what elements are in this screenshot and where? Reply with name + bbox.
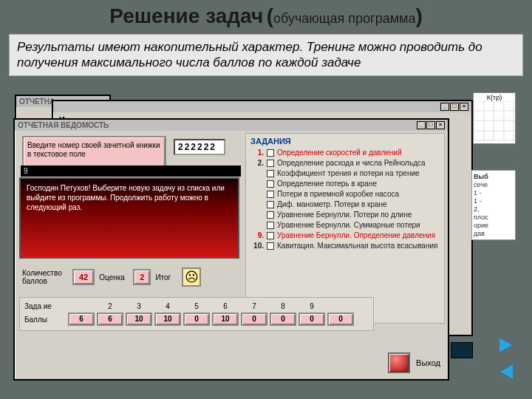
task-row[interactable]: Уравнение Бернулли. Потери по длине — [250, 211, 440, 219]
table-col-header: 8 — [270, 302, 296, 310]
result-label: Итог — [155, 273, 177, 282]
record-number-input[interactable]: 222222 — [174, 139, 225, 155]
page-title: Решение задач (обучающая программа) — [0, 4, 532, 28]
side-list-header: Выб — [474, 173, 514, 180]
report-window: ОТЧЕТНАЯ ВЕДОМОСТЬ _ □ × Введите номер с… — [13, 118, 449, 381]
side-list-item: 2, — [474, 205, 514, 213]
count-label: Количество баллов — [22, 269, 68, 285]
score-row: Количество баллов 42 Оценка 2 Итог ☹ — [22, 267, 201, 287]
task-checkbox[interactable] — [267, 201, 274, 208]
side-list-item: 1 - — [474, 189, 514, 197]
chart-label: К(тр) — [474, 94, 514, 101]
table-cell: 6 — [68, 313, 95, 326]
bgwin1-title: ОТЧЕТНА — [19, 98, 55, 106]
exit-label: Выход — [416, 358, 440, 367]
description-box: Результаты имеют накопительный характер.… — [9, 34, 523, 76]
maximize-icon[interactable]: □ — [426, 121, 435, 129]
paren-open: ( — [267, 4, 273, 27]
nav-dark-button[interactable] — [451, 342, 473, 358]
task-checkbox[interactable] — [267, 222, 274, 229]
task-label: Уравнение Бернулли. Потери по длине — [277, 211, 412, 219]
task-row[interactable]: Определение потерь в кране — [250, 180, 440, 188]
table-cell: 0 — [327, 313, 354, 326]
tasks-panel: ЗАДАНИЯ 1.Определение скоростей и давлен… — [245, 133, 445, 324]
table-cell: 6 — [97, 313, 123, 326]
bgwin2-titlebar: _ □ × — [53, 101, 471, 112]
report-window-buttons: _ □ × — [417, 121, 445, 129]
description-text: Результаты имеют накопительный характер.… — [17, 40, 482, 69]
paren-close: ) — [415, 4, 422, 27]
side-list-item: сече — [474, 181, 514, 188]
side-list-item: орие — [474, 222, 514, 229]
task-number: 9. — [250, 231, 264, 239]
table-col-header: 3 — [126, 302, 152, 310]
tasks-header: ЗАДАНИЯ — [250, 137, 440, 146]
task-checkbox[interactable] — [267, 232, 274, 239]
task-row[interactable]: Уравнение Бернулли. Суммарные потери — [250, 221, 440, 229]
grade-value: 2 — [133, 269, 151, 285]
table-col-header: 4 — [154, 302, 181, 310]
task-row[interactable]: Коэффициент трения и потери на трение — [250, 169, 440, 177]
minimize-icon[interactable]: _ — [417, 121, 426, 129]
prompt-text: Введите номер своей зачетной книжки в те… — [27, 141, 160, 158]
task-label: Диф. манометр. Потери в кране — [277, 200, 387, 208]
maximize-icon[interactable]: □ — [450, 103, 459, 111]
chart-grid: К(тр) — [473, 92, 516, 144]
report-title: ОТЧЕТНАЯ ВЕДОМОСТЬ — [18, 121, 109, 129]
task-row[interactable]: 2.Определение расхода и числа Рейнольдса — [250, 159, 440, 167]
task-label: Потери в приемной коробке насоса — [277, 190, 399, 198]
task-label: Определение потерь в кране — [277, 180, 377, 188]
grid-icon — [474, 101, 514, 141]
task-row[interactable]: Диф. манометр. Потери в кране — [250, 200, 440, 208]
nav-prev-button[interactable] — [495, 362, 517, 381]
exit-button[interactable] — [388, 352, 410, 373]
task-number: 1. — [250, 149, 264, 157]
side-list-item: 1 - — [474, 197, 514, 205]
nav-next-button[interactable] — [495, 335, 517, 355]
task-row[interactable]: Потери в приемной коробке насоса — [250, 190, 440, 198]
arrow-right-icon — [499, 338, 513, 352]
table-row-label: Баллы — [24, 316, 66, 324]
result-face-icon: ☹ — [182, 267, 201, 287]
side-list-item: плос — [474, 214, 514, 221]
face-glyph: ☹ — [185, 269, 199, 285]
task-checkbox[interactable] — [267, 149, 274, 157]
arrow-left-icon — [499, 364, 513, 379]
table-cell: 10 — [154, 313, 181, 326]
close-icon[interactable]: × — [436, 121, 445, 129]
task-label: Определение расхода и числа Рейнольдса — [277, 159, 426, 167]
table-col-header: 6 — [212, 302, 239, 310]
task-row[interactable]: 9.Уравнение Бернулли. Определение давлен… — [250, 231, 440, 239]
task-checkbox[interactable] — [267, 191, 274, 198]
report-titlebar[interactable]: ОТЧЕТНАЯ ВЕДОМОСТЬ _ □ × — [15, 120, 448, 131]
table-col-header: 7 — [241, 302, 267, 310]
close-icon[interactable]: × — [460, 103, 468, 111]
table-cell: 0 — [241, 313, 267, 326]
count-value: 42 — [72, 269, 95, 285]
task-checkbox[interactable] — [267, 160, 274, 167]
table-cell: 10 — [212, 313, 239, 326]
task-number: 2. — [250, 159, 264, 167]
task-checkbox[interactable] — [267, 170, 274, 177]
task-row[interactable]: 1.Определение скоростей и давлений — [250, 149, 440, 157]
title-sub: обучающая программа — [273, 11, 416, 26]
table-cell: 10 — [126, 313, 152, 326]
task-checkbox[interactable] — [267, 211, 274, 219]
exit-area: Выход — [388, 352, 440, 373]
task-row[interactable]: 10.Кавитация. Максимальная высота всасыв… — [250, 242, 440, 250]
message-number: 9 — [21, 166, 241, 177]
task-checkbox[interactable] — [267, 180, 274, 188]
table-cell: 0 — [183, 313, 210, 326]
minimize-icon[interactable]: _ — [440, 103, 449, 111]
title-main: Решение задач — [109, 4, 263, 27]
record-number-value: 222222 — [178, 142, 216, 152]
grade-label: Оценка — [99, 273, 129, 282]
table-col-header: 9 — [299, 302, 325, 310]
table-cell: 0 — [299, 313, 325, 326]
task-label: Уравнение Бернулли. Определение давления — [277, 231, 435, 239]
task-label: Определение скоростей и давлений — [277, 149, 402, 157]
scores-table: Зада ие23456789Баллы6610100100000 — [19, 297, 374, 331]
task-checkbox[interactable] — [267, 242, 274, 250]
task-label: Уравнение Бернулли. Суммарные потери — [277, 221, 420, 229]
task-label: Коэффициент трения и потери на трение — [277, 169, 420, 177]
